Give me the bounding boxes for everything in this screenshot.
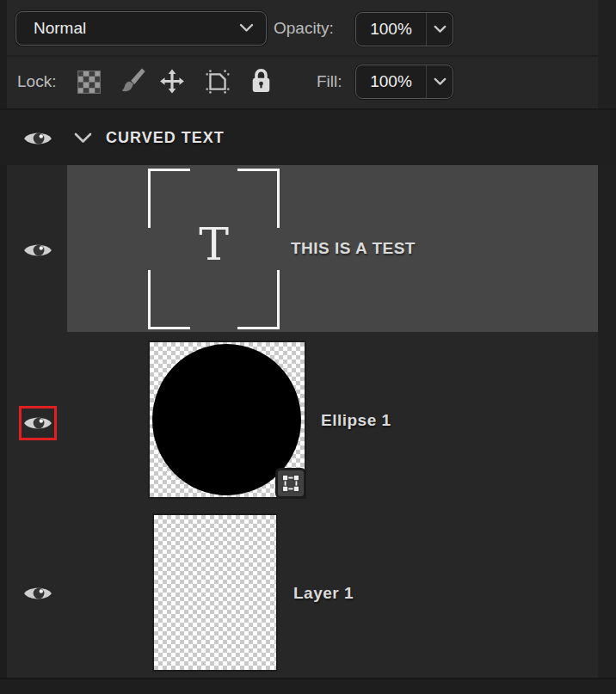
layers-panel: Normal Opacity: 100% Lock:: [0, 0, 616, 694]
pixel-layer-thumbnail[interactable]: [154, 515, 276, 670]
opacity-combo[interactable]: 100%: [355, 12, 453, 46]
fill-value[interactable]: 100%: [356, 65, 427, 98]
group-layer-name[interactable]: CURVED TEXT: [106, 110, 225, 165]
blend-mode-select[interactable]: Normal: [15, 11, 267, 46]
fill-combo[interactable]: 100%: [355, 64, 453, 99]
eye-icon[interactable]: [23, 583, 52, 604]
lock-label: Lock:: [17, 65, 56, 98]
shape-layer-badge-icon: [275, 468, 306, 499]
bracket-corner-icon: [148, 270, 190, 329]
text-layer-name[interactable]: THIS IS A TEST: [291, 165, 416, 332]
opacity-label: Opacity:: [274, 11, 334, 46]
chevron-down-icon[interactable]: [427, 65, 453, 98]
opacity-value[interactable]: 100%: [356, 13, 427, 46]
bracket-corner-icon: [237, 270, 280, 329]
bracket-corner-icon: [148, 169, 190, 228]
eye-icon[interactable]: [23, 128, 52, 149]
lock-transparent-pixels-icon[interactable]: [77, 71, 101, 97]
panel-bottom-bar: [0, 678, 616, 694]
bracket-corner-icon: [237, 169, 280, 228]
chevron-down-icon: [239, 21, 254, 36]
blend-mode-value: Normal: [34, 19, 86, 38]
lock-artboard-nesting-icon[interactable]: [204, 69, 231, 98]
pixel-layer-name[interactable]: Layer 1: [293, 509, 354, 678]
lock-position-icon[interactable]: [159, 69, 185, 97]
ellipse-layer-name[interactable]: Ellipse 1: [321, 332, 391, 509]
panel-right-edge: [598, 0, 616, 694]
eye-icon[interactable]: [23, 413, 52, 433]
ellipse-layer-thumbnail[interactable]: [150, 342, 305, 497]
toolbar-divider: [7, 55, 598, 57]
eye-icon[interactable]: [23, 240, 52, 261]
lock-all-icon[interactable]: [250, 67, 272, 97]
chevron-down-icon[interactable]: [427, 13, 453, 46]
lock-image-pixels-icon[interactable]: [120, 67, 146, 98]
text-layer-thumbnail-glyph: T: [148, 222, 280, 267]
group-expand-chevron-icon[interactable]: [73, 132, 93, 148]
fill-label: Fill:: [317, 65, 342, 98]
